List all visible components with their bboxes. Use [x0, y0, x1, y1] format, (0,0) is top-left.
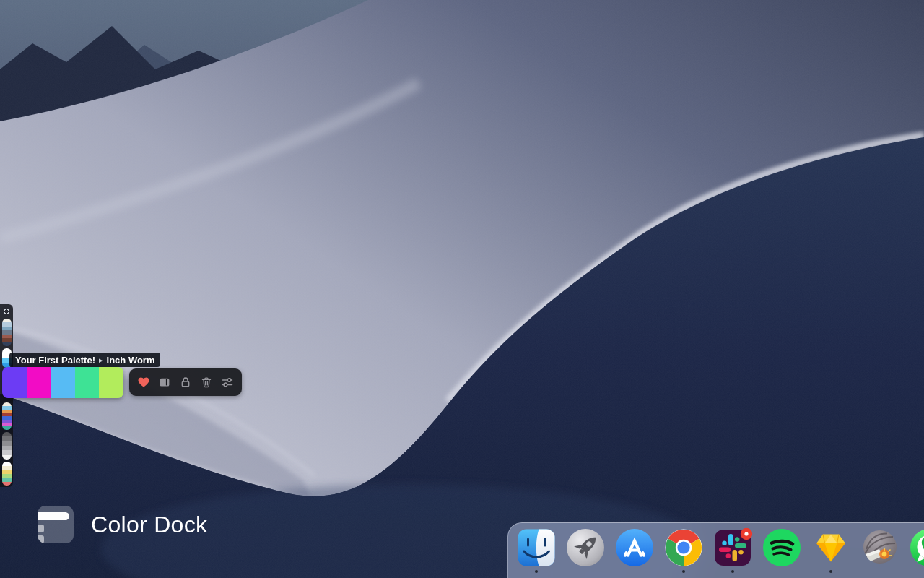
mini-palette-thumbnail[interactable] — [2, 432, 12, 460]
wallpaper-image — [0, 0, 924, 578]
logo-pill — [38, 535, 44, 543]
selected-palette-row — [2, 367, 123, 398]
desktop: Your First Palette! ▸ Inch Worm — [0, 0, 924, 578]
dock-icon-slack[interactable] — [712, 527, 753, 573]
color-swatch-inch-worm[interactable] — [99, 367, 123, 398]
dock-icon-whatsapp[interactable] — [909, 527, 924, 568]
mini-palette-thumbnail[interactable] — [2, 319, 12, 346]
palette-stripe — [2, 482, 12, 486]
favorite-heart-icon[interactable] — [137, 376, 150, 389]
palette-stripe — [2, 455, 12, 460]
running-indicator — [535, 570, 538, 573]
filter-sliders-icon[interactable] — [221, 376, 234, 389]
mini-palette-thumbnail[interactable] — [2, 402, 12, 430]
tooltip-color-name: Inch Worm — [107, 355, 155, 366]
grip-dots-icon[interactable] — [3, 307, 10, 316]
color-swatch-sky-blue[interactable] — [51, 367, 75, 398]
palette-stripe — [2, 426, 12, 430]
tooltip-separator-icon: ▸ — [99, 355, 103, 365]
card-panel-icon[interactable] — [158, 376, 171, 389]
branding: Color Dock — [38, 506, 207, 543]
running-indicator — [731, 570, 734, 573]
dock-icon-rocket[interactable] — [565, 527, 606, 568]
dock-icon-finder[interactable] — [516, 527, 557, 573]
dock-icon-spotify[interactable] — [762, 527, 802, 568]
color-swatch-magenta[interactable] — [27, 367, 51, 398]
palette-stripe — [2, 342, 12, 346]
dock-icon-app-store[interactable] — [614, 527, 655, 568]
logo-pill — [38, 525, 44, 532]
macos-dock — [507, 522, 924, 578]
logo-bar — [38, 512, 69, 520]
color-swatch-mint-green[interactable] — [75, 367, 100, 398]
notification-badge — [741, 528, 752, 540]
trash-icon[interactable] — [200, 376, 213, 389]
lock-open-icon[interactable] — [179, 376, 192, 389]
tooltip-palette-name: Your First Palette! — [15, 355, 95, 366]
palette-stripe — [2, 348, 12, 353]
running-indicator — [829, 570, 832, 573]
color-swatch-violet[interactable] — [2, 367, 27, 398]
palette-tooltip: Your First Palette! ▸ Inch Worm — [9, 353, 160, 367]
running-indicator — [682, 570, 685, 573]
app-title: Color Dock — [91, 512, 207, 538]
dock-icon-chrome[interactable] — [663, 527, 704, 573]
dock-icon-pangolin-archiver[interactable] — [860, 527, 900, 568]
color-dock-logo-icon — [38, 506, 74, 543]
mini-palette-thumbnail[interactable] — [2, 462, 12, 486]
palette-toolbar — [129, 368, 242, 396]
dock-icon-sketch[interactable] — [811, 527, 851, 573]
